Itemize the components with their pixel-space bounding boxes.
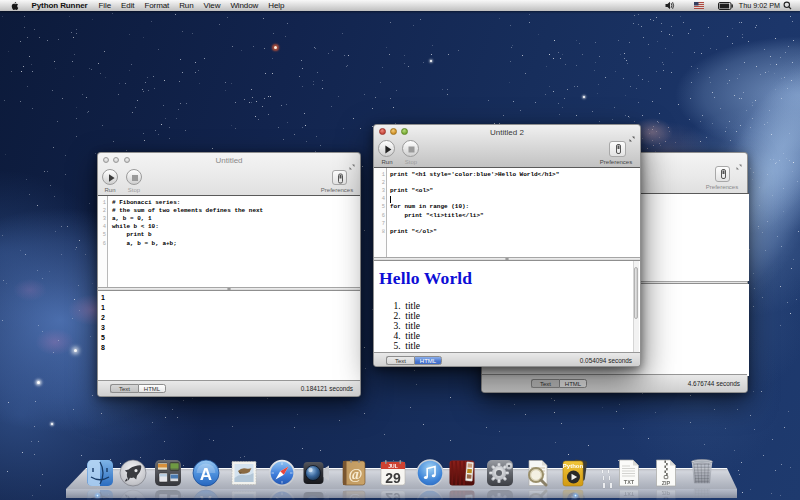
svg-text:Python: Python [563, 463, 584, 469]
svg-text:@: @ [349, 466, 363, 482]
svg-text:TXT: TXT [624, 479, 635, 485]
svg-text:JUL: JUL [388, 463, 397, 469]
svg-text:A: A [200, 465, 212, 484]
svg-text:ZIP: ZIP [662, 480, 671, 486]
svg-text:29: 29 [385, 470, 401, 486]
